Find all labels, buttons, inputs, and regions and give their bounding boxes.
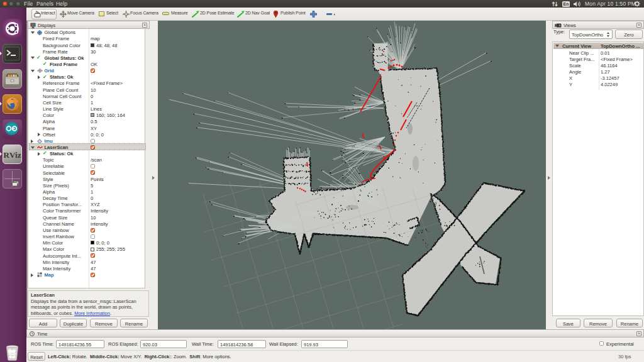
svg-text:RViz: RViz [3,150,21,160]
